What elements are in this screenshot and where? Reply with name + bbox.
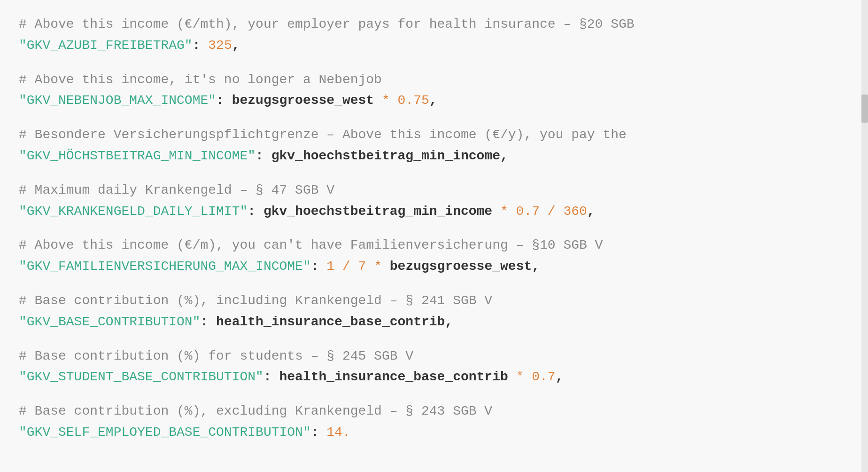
code-line: "GKV_FAMILIENVERSICHERUNG_MAX_INCOME": 1… <box>19 256 849 277</box>
code-value: gkv_hoechstbeitrag_min_income <box>264 204 492 219</box>
code-value: 360 <box>563 204 587 219</box>
code-colon: : <box>311 259 327 274</box>
empty-line <box>19 388 849 401</box>
code-key: "GKV_AZUBI_FREIBETRAG" <box>19 38 193 53</box>
empty-line <box>19 56 849 70</box>
code-line: "GKV_KRANKENGELD_DAILY_LIMIT": gkv_hoech… <box>19 201 849 222</box>
code-value: bezugsgroesse_west <box>390 259 532 274</box>
code-value: 325 <box>208 38 232 53</box>
code-line: "GKV_AZUBI_FREIBETRAG": 325, <box>19 35 849 56</box>
code-colon: : <box>311 425 327 440</box>
code-value: , <box>429 93 437 108</box>
code-key: "GKV_HÖCHSTBEITRAG_MIN_INCOME" <box>19 149 256 163</box>
code-line: "GKV_NEBENJOB_MAX_INCOME": bezugsgroesse… <box>19 90 849 111</box>
code-line: "GKV_SELF_EMPLOYED_BASE_CONTRIBUTION": 1… <box>19 422 849 443</box>
code-value: , <box>445 315 453 329</box>
code-value: , <box>587 204 595 219</box>
code-colon: : <box>216 93 232 108</box>
code-value: * <box>492 204 516 219</box>
code-value: 0.7 <box>532 370 555 384</box>
code-value: * <box>366 259 389 274</box>
scrollbar[interactable] <box>861 0 868 472</box>
comment-line: # Base contribution (%), including Krank… <box>19 291 849 312</box>
code-value: gkv_hoechstbeitrag_min_income <box>271 149 500 163</box>
code-key: "GKV_KRANKENGELD_DAILY_LIMIT" <box>19 204 248 219</box>
scrollbar-thumb[interactable] <box>861 94 868 123</box>
code-value: , <box>232 38 240 53</box>
code-value: / <box>540 204 563 219</box>
code-value: , <box>532 259 540 274</box>
code-value: 1 <box>326 259 334 274</box>
code-value: , <box>500 149 508 163</box>
comment-line: # Above this income (€/mth), your employ… <box>19 14 849 35</box>
code-key: "GKV_BASE_CONTRIBUTION" <box>19 315 200 329</box>
code-value: 7 <box>358 259 366 274</box>
code-colon: : <box>264 370 279 384</box>
code-value: * <box>508 370 532 384</box>
code-value: / <box>334 259 358 274</box>
code-value: , <box>556 370 564 384</box>
code-value: * <box>374 93 397 108</box>
code-line: "GKV_STUDENT_BASE_CONTRIBUTION": health_… <box>19 367 849 388</box>
empty-line <box>19 222 849 235</box>
empty-line <box>19 333 849 346</box>
code-colon: : <box>256 149 271 163</box>
empty-line <box>19 277 849 291</box>
code-value: bezugsgroesse_west <box>232 93 374 108</box>
code-key: "GKV_FAMILIENVERSICHERUNG_MAX_INCOME" <box>19 259 311 274</box>
comment-line: # Besondere Versicherungspflichtgrenze –… <box>19 125 849 146</box>
code-colon: : <box>193 38 209 53</box>
code-value: 0.7 <box>516 204 540 219</box>
code-key: "GKV_STUDENT_BASE_CONTRIBUTION" <box>19 370 264 384</box>
code-editor: # Above this income (€/mth), your employ… <box>19 14 849 443</box>
comment-line: # Above this income (€/m), you can't hav… <box>19 235 849 256</box>
code-line: "GKV_BASE_CONTRIBUTION": health_insuranc… <box>19 312 849 333</box>
comment-line: # Base contribution (%), excluding Krank… <box>19 401 849 422</box>
comment-line: # Above this income, it's no longer a Ne… <box>19 70 849 91</box>
code-value: health_insurance_base_contrib <box>216 315 445 329</box>
empty-line <box>19 167 849 180</box>
code-key: "GKV_SELF_EMPLOYED_BASE_CONTRIBUTION" <box>19 425 311 440</box>
comment-line: # Base contribution (%) for students – §… <box>19 346 849 367</box>
code-colon: : <box>248 204 264 219</box>
empty-line <box>19 111 849 125</box>
code-value: health_insurance_base_contrib <box>279 370 508 384</box>
code-line: "GKV_HÖCHSTBEITRAG_MIN_INCOME": gkv_hoec… <box>19 146 849 167</box>
code-colon: : <box>200 315 216 329</box>
code-key: "GKV_NEBENJOB_MAX_INCOME" <box>19 93 216 108</box>
code-value: 0.75 <box>398 93 429 108</box>
code-value: 14. <box>326 425 350 440</box>
comment-line: # Maximum daily Krankengeld – § 47 SGB V <box>19 180 849 201</box>
